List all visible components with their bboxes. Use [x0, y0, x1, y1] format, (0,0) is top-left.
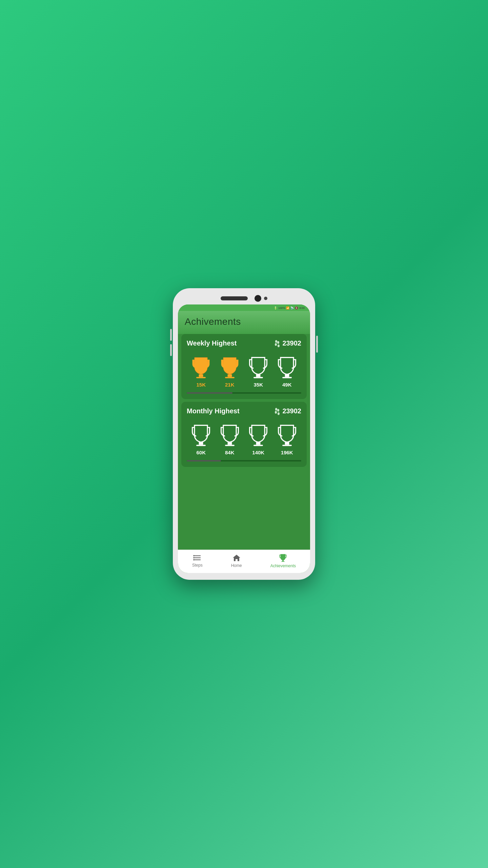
- svg-rect-31: [281, 561, 285, 562]
- monthly-progress-fill: [187, 460, 221, 461]
- status-bar: 🔋 100% 📶 📡 🔇 8:00: [178, 304, 310, 311]
- trophy-icon-84k: [218, 423, 242, 447]
- volume-up-button[interactable]: [170, 329, 172, 341]
- svg-rect-8: [256, 374, 261, 377]
- trophy-label-60k: 60K: [196, 450, 206, 455]
- volume-down-button[interactable]: [170, 344, 172, 356]
- front-camera: [255, 295, 261, 302]
- trophy-label-84k: 84K: [225, 450, 235, 455]
- achievements-nav-label: Achievements: [270, 564, 296, 568]
- phone-shell: 🔋 100% 📶 📡 🔇 8:00 Achivements Weekly Hig…: [173, 288, 315, 580]
- svg-rect-20: [256, 442, 261, 445]
- trophy-label-140k: 140K: [252, 450, 264, 455]
- svg-rect-16: [199, 442, 203, 445]
- svg-rect-18: [227, 442, 232, 445]
- sensor: [264, 297, 267, 300]
- svg-point-0: [275, 340, 277, 343]
- svg-rect-19: [225, 445, 235, 446]
- trophy-item-140k: 140K: [246, 423, 270, 455]
- trophy-label-15k: 15K: [196, 382, 206, 388]
- svg-rect-10: [285, 374, 289, 377]
- svg-point-13: [277, 409, 279, 412]
- signal-icon: 📶: [286, 307, 289, 310]
- trophy-label-35k: 35K: [253, 382, 263, 388]
- pill-indicator: [221, 296, 248, 300]
- battery-percent: 100%: [278, 307, 285, 310]
- status-icons: 🔋 100% 📶 📡 🔇 8:00: [274, 307, 305, 310]
- trophy-icon-60k: [189, 423, 213, 447]
- main-content: Weekly Highest 23902: [178, 334, 310, 550]
- svg-rect-4: [199, 374, 203, 377]
- monthly-trophies-row: 60K 84K: [187, 420, 301, 457]
- trophy-item-35k: 35K: [246, 355, 270, 388]
- footprint-icon: [274, 340, 280, 347]
- svg-rect-5: [196, 377, 206, 378]
- svg-rect-23: [282, 445, 292, 446]
- svg-point-28: [193, 557, 195, 558]
- trophy-item-21k: 21K: [218, 355, 242, 388]
- svg-point-14: [275, 411, 277, 414]
- trophy-item-49k: 49K: [275, 355, 299, 388]
- bottom-navigation: Steps Home Achievements: [178, 550, 310, 573]
- trophy-item-196k: 196K: [275, 423, 299, 455]
- notch-area: [178, 295, 310, 302]
- time-display: 8:00: [299, 307, 305, 310]
- svg-point-29: [193, 559, 195, 560]
- nav-item-home[interactable]: Home: [231, 554, 242, 568]
- trophy-icon-49k: [275, 355, 299, 379]
- power-button[interactable]: [316, 336, 318, 353]
- trophy-icon-196k: [275, 423, 299, 447]
- svg-point-2: [275, 343, 277, 346]
- wifi-icon: 📡: [290, 307, 294, 310]
- svg-rect-11: [282, 377, 292, 378]
- svg-rect-9: [253, 377, 263, 378]
- trophy-item-60k: 60K: [189, 423, 213, 455]
- svg-point-27: [193, 555, 195, 556]
- phone-screen: 🔋 100% 📶 📡 🔇 8:00 Achivements Weekly Hig…: [178, 304, 310, 573]
- svg-point-15: [278, 412, 280, 415]
- trophy-icon-35k: [246, 355, 270, 379]
- weekly-achievement-card: Weekly Highest 23902: [181, 334, 307, 399]
- trophy-icon-140k: [246, 423, 270, 447]
- svg-rect-17: [196, 445, 206, 446]
- home-icon: [232, 554, 241, 562]
- monthly-score-value: 23902: [282, 407, 301, 415]
- svg-rect-21: [253, 445, 263, 446]
- nav-item-achievements[interactable]: Achievements: [270, 553, 296, 568]
- achievements-icon: [279, 553, 287, 562]
- monthly-card-score: 23902: [274, 407, 301, 415]
- monthly-achievement-card: Monthly Highest 23902: [181, 402, 307, 467]
- svg-rect-30: [282, 560, 284, 561]
- svg-point-12: [275, 408, 277, 411]
- page-title: Achivements: [185, 316, 303, 327]
- trophy-icon-15k: [189, 355, 213, 379]
- mute-icon: 🔇: [295, 307, 298, 310]
- weekly-score-value: 23902: [282, 339, 301, 347]
- trophy-item-15k: 15K: [189, 355, 213, 388]
- trophy-label-21k: 21K: [225, 382, 235, 388]
- home-nav-label: Home: [231, 563, 242, 568]
- steps-icon: [193, 554, 202, 561]
- trophy-item-84k: 84K: [218, 423, 242, 455]
- monthly-card-title: Monthly Highest: [187, 407, 240, 415]
- weekly-card-header: Weekly Highest 23902: [187, 339, 301, 347]
- svg-rect-6: [227, 374, 232, 377]
- monthly-card-header: Monthly Highest 23902: [187, 407, 301, 415]
- monthly-footprint-icon: [274, 408, 280, 415]
- weekly-card-score: 23902: [274, 339, 301, 347]
- trophy-label-196k: 196K: [281, 450, 293, 455]
- svg-point-3: [278, 344, 280, 347]
- app-header: Achivements: [178, 311, 310, 334]
- nav-item-steps[interactable]: Steps: [192, 554, 203, 568]
- svg-rect-22: [285, 442, 289, 445]
- trophy-label-49k: 49K: [282, 382, 292, 388]
- weekly-card-title: Weekly Highest: [187, 339, 237, 347]
- weekly-trophies-row: 15K 21K: [187, 353, 301, 389]
- svg-rect-7: [225, 377, 235, 378]
- battery-icon: 🔋: [274, 307, 277, 310]
- trophy-icon-21k: [218, 355, 242, 379]
- svg-point-1: [277, 341, 279, 344]
- weekly-progress-bar: [187, 392, 301, 394]
- steps-nav-label: Steps: [192, 563, 203, 568]
- monthly-progress-bar: [187, 460, 301, 461]
